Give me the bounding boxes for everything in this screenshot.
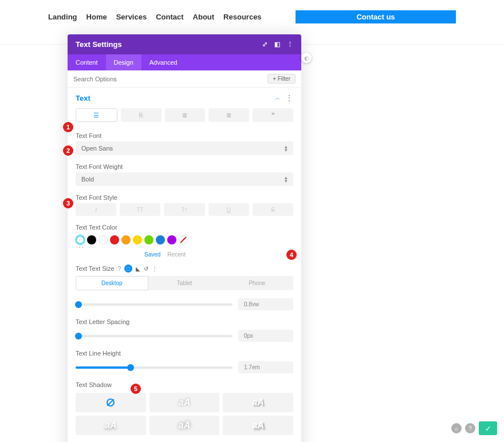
device-tablet[interactable]: Tablet [148, 276, 221, 290]
list-ol-icon[interactable]: ≣ [208, 108, 249, 122]
nav-landing[interactable]: Landing [48, 13, 77, 21]
list-ul-icon[interactable]: ≣ [165, 108, 206, 122]
shadow-preset-4[interactable]: aA [149, 416, 220, 435]
device-desktop[interactable]: Desktop [76, 276, 148, 290]
swatch-black[interactable] [87, 235, 96, 244]
modal-tabs: Content Design Advanced [68, 54, 301, 70]
options-dots-icon[interactable]: ⋮ [152, 266, 158, 272]
nav-services[interactable]: Services [116, 13, 147, 21]
lineheight-value[interactable]: 1.7em [238, 361, 293, 373]
label-alignment: Text Alignment [68, 440, 301, 442]
hover-icon[interactable]: ◣ [136, 266, 140, 272]
spacing-slider[interactable] [76, 335, 233, 337]
font-value: Open Sans [81, 145, 113, 152]
expand-icon[interactable]: ⤢ [262, 41, 267, 48]
tab-advanced[interactable]: Advanced [141, 54, 186, 70]
label-shadow: Text Shadow [68, 378, 301, 390]
italic-button[interactable]: I [76, 203, 116, 216]
size-slider[interactable] [76, 303, 233, 306]
marker-1: 1 [63, 122, 73, 132]
filter-button[interactable]: + Filter [267, 74, 296, 84]
swatch-white[interactable] [99, 235, 108, 244]
responsive-icon[interactable]: ⬚ [124, 265, 132, 273]
saved-colors-tab[interactable]: Saved [144, 251, 160, 258]
uppercase-button[interactable]: TT [120, 203, 160, 216]
shadow-preset-2[interactable]: aA [223, 393, 293, 412]
shadow-preset-3[interactable]: aA [76, 416, 146, 435]
contact-us-button[interactable]: Contact us [296, 10, 456, 23]
collapse-icon[interactable]: ︿ [275, 94, 281, 102]
search-input[interactable] [73, 76, 267, 82]
side-handle-icon[interactable]: ◐ [301, 53, 312, 63]
link-icon[interactable]: ⎘ [121, 108, 162, 122]
label-font: Text Font [68, 129, 301, 141]
menu-dots-icon[interactable]: ⋮ [287, 41, 293, 48]
weight-select[interactable]: Bold ▴▾ [76, 172, 293, 186]
font-select[interactable]: Open Sans ▴▾ [76, 141, 293, 155]
underline-button[interactable]: U [208, 203, 249, 216]
lineheight-slider[interactable] [76, 366, 233, 369]
tab-design[interactable]: Design [106, 54, 141, 70]
select-arrow-icon: ▴▾ [285, 145, 288, 152]
more-colors-icon[interactable]: ⋯ [68, 246, 301, 251]
swatch-green[interactable] [144, 235, 153, 244]
label-lineheight: Text Line Height [68, 346, 301, 359]
modal-title: Text Settings [76, 40, 122, 49]
help-icon[interactable]: ? [118, 266, 121, 272]
marker-3: 3 [63, 198, 73, 208]
swatch-orange[interactable] [121, 235, 131, 244]
swatch-none[interactable] [179, 235, 188, 244]
section-text-title: Text [76, 94, 90, 102]
select-arrow-icon: ▴▾ [285, 176, 288, 183]
spacing-value[interactable]: 0px [238, 330, 293, 342]
swatch-yellow[interactable] [133, 235, 142, 244]
recent-colors-tab[interactable]: Recent [167, 251, 186, 258]
reset-icon[interactable]: ↺ [144, 266, 148, 272]
text-settings-modal: Text Settings ⤢ ◧ ⋮ Content Design Advan… [68, 34, 301, 442]
swatch-blue[interactable] [156, 235, 165, 244]
device-phone[interactable]: Phone [220, 276, 293, 290]
label-weight: Text Font Weight [68, 160, 301, 172]
label-size: Text Text Size [76, 265, 115, 272]
panel-icon[interactable]: ◧ [274, 41, 280, 48]
label-style: Text Font Style [68, 191, 301, 203]
shadow-preset-5[interactable]: aA [223, 416, 293, 435]
confirm-button[interactable]: ✓ [479, 421, 497, 435]
swatch-red[interactable] [110, 235, 119, 244]
shadow-none[interactable] [76, 393, 146, 412]
strikethrough-button[interactable]: S [253, 203, 293, 216]
weight-value: Bold [81, 176, 94, 183]
quote-icon[interactable]: ❞ [253, 108, 293, 122]
swatch-purple[interactable] [167, 235, 176, 244]
tab-content[interactable]: Content [68, 54, 106, 70]
size-value[interactable]: 0.8vw [238, 298, 293, 310]
label-spacing: Text Letter Spacing [68, 315, 301, 327]
marker-4: 4 [286, 250, 297, 260]
label-color: Text Text Color [68, 220, 301, 233]
align-para-icon[interactable]: ☰ [76, 108, 117, 122]
nav-contact[interactable]: Contact [156, 13, 183, 21]
nav-about[interactable]: About [193, 13, 215, 21]
help-bubble-icon[interactable]: ? [465, 423, 475, 433]
zoom-icon[interactable]: ⌕ [451, 423, 462, 433]
nav-resources[interactable]: Resources [223, 13, 261, 21]
section-menu-icon[interactable]: ⋮ [285, 93, 293, 102]
shadow-preset-1[interactable]: aA [149, 393, 220, 412]
marker-2: 2 [63, 145, 73, 156]
nav-home[interactable]: Home [86, 13, 107, 21]
marker-5: 5 [131, 384, 141, 394]
smallcaps-button[interactable]: TT [164, 203, 204, 216]
